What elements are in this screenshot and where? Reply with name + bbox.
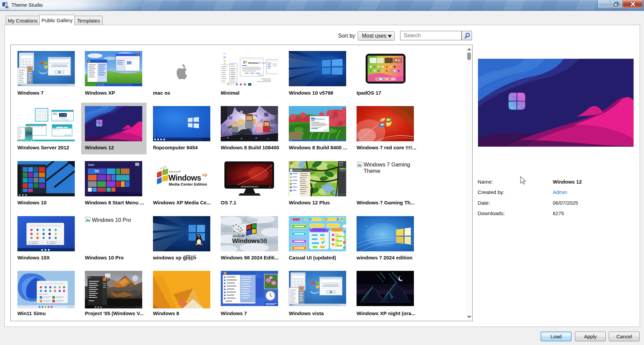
svg-text:xp: xp (202, 172, 207, 177)
svg-text:Microsoft®: Microsoft® (169, 170, 181, 173)
svg-text:Media Center Edition: Media Center Edition (169, 182, 207, 186)
svg-text:Windows 8: Windows 8 (314, 118, 325, 120)
svg-text:Windows98: Windows98 (232, 237, 267, 244)
svg-text:Start: Start (88, 163, 95, 166)
svg-text:Windows: Windows (168, 174, 201, 182)
